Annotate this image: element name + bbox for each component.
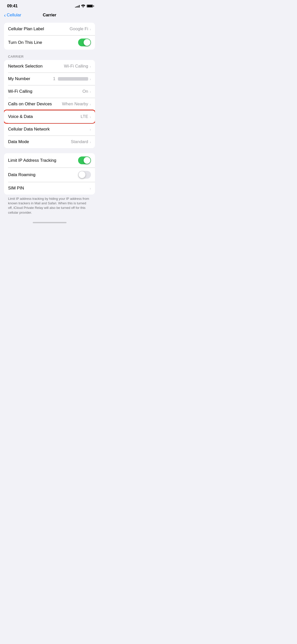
cellular-data-network-value: › (90, 127, 91, 132)
privacy-card: Limit IP Address Tracking Data Roaming S… (4, 153, 95, 195)
blurred-phone-number (58, 77, 88, 81)
home-bar (33, 222, 67, 223)
cellular-plan-label-value: Google Fi › (70, 26, 91, 31)
privacy-section-footer: Limit IP address tracking by hiding your… (0, 195, 99, 215)
chevron-icon: › (90, 89, 91, 94)
signal-icon (75, 5, 80, 8)
status-time: 09:41 (7, 4, 18, 9)
wifi-calling-row[interactable]: Wi-Fi Calling On › (4, 85, 95, 98)
chevron-icon: › (90, 127, 91, 132)
voice-data-row[interactable]: Voice & Data LTE › (4, 110, 95, 123)
data-mode-value: Standard › (71, 139, 91, 144)
carrier-section-label: CARRIER (0, 55, 99, 60)
cellular-plan-label-text: Cellular Plan Label (8, 26, 44, 31)
limit-ip-tracking-toggle[interactable] (78, 156, 91, 164)
my-number-label: My Number (8, 76, 30, 81)
back-label: Cellular (7, 13, 21, 18)
privacy-section: Limit IP Address Tracking Data Roaming S… (0, 153, 99, 215)
network-selection-row[interactable]: Network Selection Wi-Fi Calling › (4, 60, 95, 73)
my-number-row[interactable]: My Number 1 › (4, 73, 95, 85)
network-selection-value: Wi-Fi Calling › (64, 64, 91, 69)
chevron-icon: › (90, 77, 91, 81)
data-roaming-toggle[interactable] (78, 171, 91, 179)
sim-pin-value: › (90, 186, 91, 190)
turn-on-line-toggle[interactable] (78, 39, 91, 46)
voice-data-label: Voice & Data (8, 114, 33, 119)
page-title: Carrier (43, 13, 56, 18)
cellular-data-network-label: Cellular Data Network (8, 127, 50, 132)
chevron-icon: › (90, 115, 91, 119)
wifi-calling-value: On › (82, 89, 91, 94)
calls-other-devices-label: Calls on Other Devices (8, 102, 52, 107)
limit-ip-tracking-label: Limit IP Address Tracking (8, 158, 56, 163)
turn-on-line-row[interactable]: Turn On This Line (4, 35, 95, 50)
turn-on-line-label: Turn On This Line (8, 40, 42, 45)
cellular-data-network-row[interactable]: Cellular Data Network › (4, 123, 95, 136)
data-mode-row[interactable]: Data Mode Standard › (4, 136, 95, 148)
basic-card: Cellular Plan Label Google Fi › Turn On … (4, 23, 95, 50)
sim-pin-row[interactable]: SIM PIN › (4, 182, 95, 195)
battery-icon (87, 5, 93, 8)
network-selection-label: Network Selection (8, 64, 43, 69)
my-number-value: 1 › (53, 76, 91, 81)
chevron-icon: › (90, 64, 91, 69)
chevron-icon: › (90, 27, 91, 31)
sim-pin-label: SIM PIN (8, 186, 24, 191)
basic-section: Cellular Plan Label Google Fi › Turn On … (0, 23, 99, 50)
data-roaming-row[interactable]: Data Roaming (4, 168, 95, 182)
calls-other-devices-value: When Nearby › (62, 102, 91, 107)
data-roaming-label: Data Roaming (8, 172, 36, 177)
wifi-calling-label: Wi-Fi Calling (8, 89, 32, 94)
data-mode-label: Data Mode (8, 139, 29, 144)
status-icons (75, 5, 93, 8)
carrier-card: Network Selection Wi-Fi Calling › My Num… (4, 60, 95, 148)
wifi-icon (81, 5, 85, 8)
carrier-section: CARRIER Network Selection Wi-Fi Calling … (0, 55, 99, 148)
chevron-icon: › (90, 140, 91, 144)
limit-ip-tracking-row[interactable]: Limit IP Address Tracking (4, 153, 95, 168)
back-button[interactable]: ‹ Cellular (4, 13, 21, 18)
home-indicator (0, 220, 99, 225)
nav-header: ‹ Cellular Carrier (0, 11, 99, 21)
status-bar: 09:41 (0, 0, 99, 11)
cellular-plan-label-row[interactable]: Cellular Plan Label Google Fi › (4, 23, 95, 35)
chevron-icon: › (90, 186, 91, 190)
voice-data-value: LTE › (81, 114, 91, 119)
calls-other-devices-row[interactable]: Calls on Other Devices When Nearby › (4, 98, 95, 110)
back-chevron-icon: ‹ (4, 13, 6, 18)
chevron-icon: › (90, 102, 91, 106)
